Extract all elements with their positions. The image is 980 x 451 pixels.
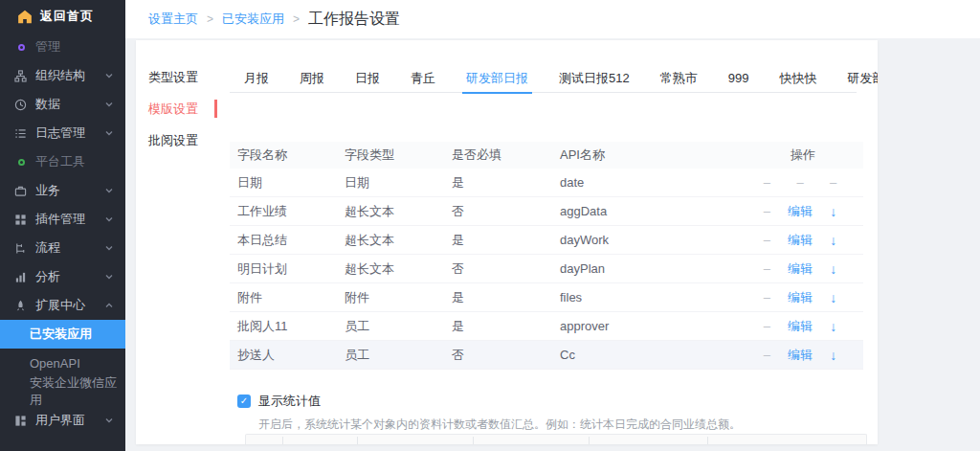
edit-button[interactable]: 编辑 [784, 260, 817, 278]
cell-field-type: 超长文本 [337, 232, 444, 249]
chevron-down-icon [104, 128, 114, 138]
table-row: 明日计划 超长文本 否 dayPlan – 编辑 ↓ [230, 255, 863, 283]
move-down-icon[interactable]: ↓ [816, 319, 850, 334]
list-icon [13, 126, 27, 140]
sidebar-group-platform-tools: 平台工具 [0, 147, 125, 176]
sidebar-item-label: 用户界面 [35, 412, 85, 429]
sidebar-item-plugin-manage[interactable]: 插件管理 [0, 205, 125, 234]
sidebar-item-workflow[interactable]: 流程 [0, 234, 125, 262]
settings-menu-review[interactable]: 批阅设置 [136, 124, 217, 156]
settings-menu-label: 批阅设置 [148, 133, 198, 147]
edit-button[interactable]: 编辑 [784, 318, 817, 335]
chevron-down-icon [104, 272, 114, 282]
table-header-row: 字段名称 字段类型 是否必填 API名称 操作 [230, 142, 863, 169]
breadcrumb-link-settings-home[interactable]: 设置主页 [148, 11, 198, 28]
cell-required: 否 [444, 203, 552, 220]
breadcrumb-link-installed-apps[interactable]: 已安装应用 [222, 11, 284, 28]
tab-rd-monthly[interactable]: 研发部月报 [832, 66, 878, 93]
sidebar-item-data[interactable]: 数据 [0, 90, 125, 119]
sidebar-item-extension-center[interactable]: 扩展中心 [0, 291, 125, 320]
sidebar-item-business[interactable]: 业务 [0, 176, 125, 205]
edit-button[interactable]: 编辑 [784, 232, 817, 249]
table-row: 本日总结 超长文本 是 dayWork – 编辑 ↓ [230, 226, 863, 255]
chevron-down-icon [104, 416, 114, 425]
disabled-action-dash: – [750, 204, 784, 218]
disabled-action-dash: – [750, 290, 784, 304]
edit-button[interactable]: 编辑 [784, 203, 817, 220]
cell-field-name: 工作业绩 [230, 203, 337, 220]
sidebar-item-label: 日志管理 [35, 124, 85, 142]
edit-button[interactable]: 编辑 [784, 347, 817, 364]
statistics-description: 开启后，系统统计某个对象内的资料计数或者数值汇总。例如：统计本日完成的合同业绩总… [258, 417, 831, 433]
settings-menu-template[interactable]: 模版设置 [136, 93, 217, 124]
tab-999[interactable]: 999 [713, 66, 765, 93]
cell-required: 否 [444, 260, 552, 278]
sidebar-item-log-manage[interactable]: 日志管理 [0, 119, 125, 147]
sidebar-group-label: 管理 [35, 38, 60, 56]
show-statistics-checkbox[interactable]: ✓ [237, 395, 251, 408]
column-divider [473, 437, 474, 444]
report-type-tabs: 月报 周报 日报 青丘 研发部日报 测试日报512 常熟市 999 快快快 研发… [230, 66, 857, 93]
move-down-icon[interactable]: ↓ [816, 233, 850, 248]
cell-required: 是 [444, 318, 552, 335]
sidebar-item-label: OpenAPI [30, 356, 80, 371]
cell-api-name: files [552, 290, 743, 304]
sidebar-group-manage: 管理 [0, 33, 125, 61]
show-statistics-label: 显示统计值 [258, 393, 321, 410]
sidebar-item-analysis[interactable]: 分析 [0, 262, 125, 291]
tab-label: 999 [728, 71, 749, 85]
move-down-icon[interactable]: ↓ [816, 204, 850, 219]
page-title: 工作报告设置 [308, 10, 400, 30]
statistics-section: ✓ 显示统计值 开启后，系统统计某个对象内的资料计数或者数值汇总。例如：统计本日… [237, 393, 831, 433]
tab-rd-daily[interactable]: 研发部日报 [451, 66, 544, 93]
tab-monthly[interactable]: 月报 [230, 66, 284, 93]
column-header-operation: 操作 [743, 147, 863, 164]
fields-table: 字段名称 字段类型 是否必填 API名称 操作 日期 日期 是 date – –… [230, 142, 863, 370]
tab-changshu[interactable]: 常熟市 [645, 66, 713, 93]
active-indicator-bar [214, 100, 217, 118]
tab-label: 研发部日报 [466, 71, 528, 85]
layout-icon [13, 414, 27, 427]
sidebar-item-user-interface[interactable]: 用户界面 [0, 406, 125, 435]
chevron-down-icon [104, 100, 114, 109]
sidebar-item-openapi[interactable]: OpenAPI [0, 349, 125, 377]
cell-field-type: 日期 [337, 174, 444, 192]
tab-daily[interactable]: 日报 [340, 66, 395, 93]
sidebar-item-org-structure[interactable]: 组织结构 [0, 61, 125, 90]
sidebar-home-button[interactable]: 返回首页 [0, 0, 125, 33]
tab-test-daily-512[interactable]: 测试日报512 [544, 66, 645, 93]
disabled-action-dash: – [750, 319, 784, 333]
sidebar-item-label: 业务 [35, 182, 60, 199]
tab-qingqiu[interactable]: 青丘 [395, 66, 451, 93]
cell-field-name: 日期 [230, 174, 337, 192]
statistics-table-partial [245, 434, 867, 444]
column-divider [357, 437, 358, 444]
cell-required: 是 [444, 174, 552, 192]
column-divider [707, 437, 708, 444]
purple-ring-icon [13, 40, 27, 54]
sidebar-item-installed-apps[interactable]: 已安装应用 [0, 320, 125, 349]
sidebar-home-label: 返回首页 [40, 8, 94, 25]
move-down-icon[interactable]: ↓ [816, 261, 850, 277]
tab-weekly[interactable]: 周报 [284, 66, 340, 93]
sidebar-item-install-wechat-app[interactable]: 安装企业微信应用 [0, 377, 125, 406]
tab-label: 月报 [244, 71, 269, 85]
cell-field-type: 员工 [337, 347, 444, 364]
content-card: 类型设置 模版设置 批阅设置 月报 周报 日报 青丘 研发部日报 测试日报512… [136, 40, 878, 444]
clock-icon [13, 98, 27, 111]
cell-api-name: Cc [552, 348, 743, 362]
tab-label: 日报 [355, 71, 380, 85]
move-down-icon[interactable]: ↓ [816, 290, 850, 305]
column-divider [282, 437, 283, 444]
cell-required: 是 [444, 232, 552, 249]
move-down-icon[interactable]: ↓ [816, 348, 850, 363]
settings-menu-type[interactable]: 类型设置 [136, 61, 217, 93]
edit-button[interactable]: 编辑 [784, 289, 817, 306]
settings-menu-label: 模版设置 [148, 101, 198, 116]
cell-field-type: 超长文本 [337, 260, 444, 278]
sidebar-item-label: 数据 [35, 96, 60, 113]
cell-field-type: 员工 [337, 318, 444, 335]
tab-kuaikuaikuai[interactable]: 快快快 [764, 66, 832, 93]
screen: 返回首页 管理 组织结构 数据 日志管理 [0, 0, 980, 451]
column-divider [589, 437, 590, 444]
